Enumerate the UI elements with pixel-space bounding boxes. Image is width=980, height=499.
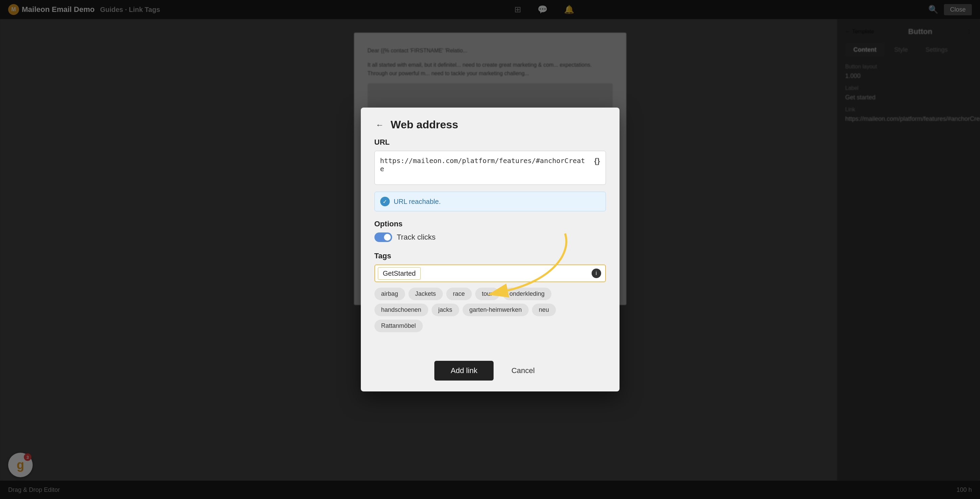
add-link-button[interactable]: Add link: [434, 361, 493, 381]
track-clicks-row: Track clicks: [374, 232, 606, 242]
url-input-wrapper: https://maileon.com/platform/features/#a…: [374, 151, 606, 185]
url-status: ✓ URL reachable.: [374, 192, 606, 211]
modal-header: ← Web address: [361, 108, 619, 138]
options-label: Options: [374, 219, 606, 229]
tag-rattanmobel[interactable]: Rattanmöbel: [374, 319, 423, 332]
tags-info-button[interactable]: i: [592, 269, 601, 278]
url-label: URL: [374, 138, 606, 147]
tag-airbag[interactable]: airbag: [374, 288, 405, 300]
tag-garten-heimwerken[interactable]: garten-heimwerken: [463, 304, 529, 316]
tags-label: Tags: [374, 251, 606, 261]
tag-race[interactable]: race: [446, 288, 472, 300]
modal-footer: Add link Cancel: [361, 354, 619, 391]
tag-onderkleding[interactable]: onderkleding: [503, 288, 552, 300]
url-status-text: URL reachable.: [394, 198, 441, 206]
tags-section: Tags GetStarted i airbag Jackets race to…: [374, 251, 606, 332]
tags-input-wrapper[interactable]: GetStarted i: [374, 264, 606, 282]
tags-input-field[interactable]: [421, 267, 589, 280]
tag-handschoenen[interactable]: handschoenen: [374, 304, 428, 316]
track-clicks-toggle[interactable]: [374, 232, 392, 242]
modal-body: URL https://maileon.com/platform/feature…: [361, 138, 619, 354]
url-input[interactable]: https://maileon.com/platform/features/#a…: [380, 157, 589, 177]
options-section: Options Track clicks: [374, 219, 606, 242]
url-section: URL https://maileon.com/platform/feature…: [374, 138, 606, 185]
tag-tour[interactable]: tour: [475, 288, 500, 300]
modal-backdrop: ← Web address URL https://maileon.com/pl…: [0, 0, 980, 499]
modal-title: Web address: [391, 118, 458, 131]
tag-jacks[interactable]: jacks: [432, 304, 459, 316]
tag-neu[interactable]: neu: [532, 304, 556, 316]
tag-suggestions: airbag Jackets race tour onderkleding ha…: [374, 288, 606, 332]
cancel-button[interactable]: Cancel: [500, 361, 545, 381]
tag-entered-pill: GetStarted: [378, 267, 421, 280]
modal-back-button[interactable]: ←: [374, 119, 385, 131]
bracket-button[interactable]: {}: [594, 157, 600, 165]
track-clicks-label: Track clicks: [397, 233, 436, 242]
url-reachable-icon: ✓: [380, 197, 390, 206]
web-address-modal: ← Web address URL https://maileon.com/pl…: [361, 108, 619, 391]
tag-jackets[interactable]: Jackets: [409, 288, 443, 300]
